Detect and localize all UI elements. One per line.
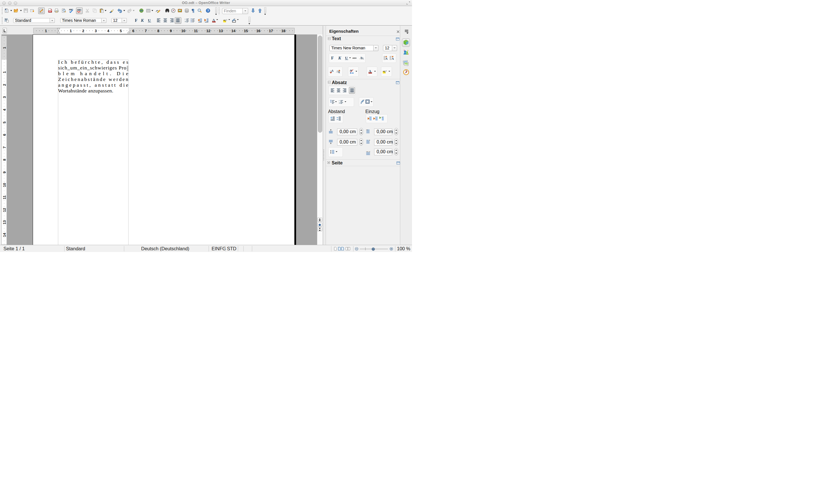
svg-text:F: F <box>331 56 334 60</box>
svg-text:K: K <box>140 18 144 23</box>
svg-text:K: K <box>338 56 341 60</box>
svg-text:A: A <box>385 57 388 60</box>
svg-text:I: I <box>185 18 185 20</box>
svg-text:PDF: PDF <box>49 11 51 12</box>
svg-text:ABC: ABC <box>69 8 74 11</box>
svg-text:blem handelt. Die: blem handelt. Die <box>58 70 128 76</box>
svg-text:A: A <box>360 56 363 60</box>
svg-text:A: A <box>392 57 394 60</box>
svg-text:A: A <box>369 69 371 73</box>
svg-text:A: A <box>338 71 340 74</box>
svg-text:Ich befürchte, dass es: Ich befürchte, dass es <box>58 59 128 65</box>
svg-text:angepasst, anstatt die: angepasst, anstatt die <box>58 82 128 88</box>
svg-text:F: F <box>135 18 137 23</box>
svg-text:N: N <box>406 70 407 72</box>
svg-text:II: II <box>339 102 340 104</box>
svg-text:sich_um_ein_schwieriges Pro-: sich_um_ein_schwieriges Pro- <box>58 65 128 70</box>
svg-text:?: ? <box>207 9 209 12</box>
svg-text:U: U <box>345 56 348 60</box>
svg-text:U: U <box>148 18 151 22</box>
svg-text:Zeichenabstände werden: Zeichenabstände werden <box>58 76 128 82</box>
svg-text:A: A <box>331 70 333 72</box>
svg-text:I: I <box>339 100 339 102</box>
svg-text:II: II <box>185 21 186 22</box>
svg-text:ABC: ABC <box>77 9 82 11</box>
svg-text:Wortabstände anzupassen.: Wortabstände anzupassen. <box>58 88 113 93</box>
svg-text:A: A <box>212 18 215 22</box>
svg-text:¶: ¶ <box>192 8 194 13</box>
